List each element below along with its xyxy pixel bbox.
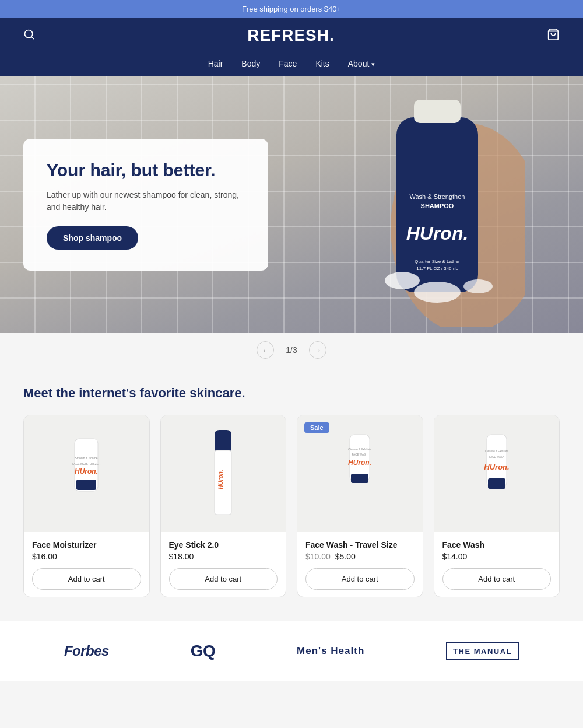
announcement-bar: Free shipping on orders $40+ (0, 0, 583, 18)
svg-text:Cleanse & Exfoliate: Cleanse & Exfoliate (485, 450, 508, 453)
hero-slide-indicator: 1/3 (286, 345, 297, 355)
svg-text:Cleanse & Exfoliate: Cleanse & Exfoliate (349, 448, 372, 451)
hero-subtitle: Lather up with our newest shampoo for cl… (47, 189, 245, 214)
product-price-face-wash: $14.00 (442, 552, 552, 561)
product-card-face-wash: Cleanse & Exfoliate FACE WASH HUron. Fac… (434, 415, 560, 597)
announcement-text: Free shipping on orders $40+ (242, 5, 341, 13)
hero-title: Your hair, but better. (47, 160, 245, 181)
products-grid: Smooth & Soothe FACE MOISTURIZER HUron. … (23, 415, 560, 597)
press-logo-gq: GQ (191, 642, 216, 660)
search-icon (23, 29, 35, 40)
svg-rect-19 (215, 430, 231, 453)
svg-text:Wash & Strengthen: Wash & Strengthen (410, 193, 465, 200)
svg-text:HUron.: HUron. (75, 467, 98, 475)
hero-product-bottle: Wash & Strengthen SHAMPOO HUron. Quarter… (350, 82, 548, 327)
svg-point-7 (463, 279, 493, 293)
hero-next-button[interactable]: → (309, 341, 326, 359)
press-logo-forbes: Forbes (64, 643, 109, 659)
hero-section: Wash & Strengthen SHAMPOO HUron. Quarter… (0, 76, 583, 333)
product-price-face-wash-travel: $10.00 $5.00 (305, 552, 415, 561)
add-to-cart-eye-stick[interactable]: Add to cart (169, 568, 278, 590)
product-image-face-wash-travel: Sale Cleanse & Exfoliate FACE WASH HUron… (297, 415, 423, 532)
hero-prev-button[interactable]: ← (257, 341, 274, 359)
svg-text:Smooth & Soothe: Smooth & Soothe (75, 456, 98, 460)
press-logo-menshealth: Men's Health (297, 645, 364, 657)
main-nav: Hair Body Face Kits About (0, 53, 583, 76)
hero-content-card: Your hair, but better. Lather up with ou… (23, 139, 268, 271)
svg-rect-5 (414, 100, 461, 123)
product-name-face-moisturizer: Face Moisturizer (32, 540, 141, 550)
site-logo: REFRESH. (247, 26, 335, 45)
svg-rect-15 (76, 480, 96, 490)
svg-text:FACE WASH: FACE WASH (489, 456, 504, 459)
product-info-face-wash: Face Wash $14.00 Add to cart (434, 532, 560, 597)
svg-text:HUron.: HUron. (406, 223, 469, 244)
hero-navigation: ← 1/3 → (0, 333, 583, 367)
product-name-face-wash-travel: Face Wash - Travel Size (305, 540, 415, 550)
search-button[interactable] (23, 29, 35, 43)
product-price-face-moisturizer: $16.00 (32, 552, 141, 561)
nav-item-face[interactable]: Face (279, 59, 297, 68)
product-card-eye-stick: HUron. Eye Stick 2.0 $18.00 Add to cart (160, 415, 287, 597)
product-image-face-wash: Cleanse & Exfoliate FACE WASH HUron. (434, 415, 560, 532)
svg-text:Quarter Size & Lather: Quarter Size & Lather (415, 259, 460, 264)
product-name-face-wash: Face Wash (442, 540, 552, 550)
add-to-cart-face-wash[interactable]: Add to cart (442, 568, 552, 590)
svg-text:SHAMPOO: SHAMPOO (421, 202, 454, 209)
product-info-eye-stick: Eye Stick 2.0 $18.00 Add to cart (161, 532, 286, 597)
products-section: Meet the internet's favorite skincare. S… (0, 367, 583, 621)
section-title: Meet the internet's favorite skincare. (23, 386, 560, 401)
cart-icon (547, 28, 560, 41)
cart-button[interactable] (547, 28, 560, 44)
product-image-eye-stick: HUron. (161, 415, 286, 532)
svg-rect-28 (488, 478, 505, 489)
add-to-cart-face-moisturizer[interactable]: Add to cart (32, 568, 141, 590)
sale-price: $5.00 (335, 552, 356, 561)
svg-rect-23 (351, 474, 368, 483)
header: REFRESH. (0, 18, 583, 53)
product-name-eye-stick: Eye Stick 2.0 (169, 540, 278, 550)
svg-text:FACE MOISTURIZER: FACE MOISTURIZER (72, 462, 101, 466)
product-image-face-moisturizer: Smooth & Soothe FACE MOISTURIZER HUron. (24, 415, 149, 532)
svg-text:HUron.: HUron. (348, 459, 371, 467)
svg-text:FACE WASH: FACE WASH (352, 453, 367, 456)
add-to-cart-face-wash-travel[interactable]: Add to cart (305, 568, 415, 590)
original-price: $10.00 (305, 552, 331, 561)
svg-text:11.7 FL OZ / 346mL: 11.7 FL OZ / 346mL (416, 266, 458, 271)
shop-shampoo-button[interactable]: Shop shampoo (47, 226, 138, 250)
nav-item-kits[interactable]: Kits (315, 59, 329, 68)
svg-text:HUron.: HUron. (484, 463, 509, 471)
sale-badge: Sale (304, 422, 329, 433)
product-card-face-wash-travel: Sale Cleanse & Exfoliate FACE WASH HUron… (297, 415, 423, 597)
product-price-eye-stick: $18.00 (169, 552, 278, 561)
product-card-face-moisturizer: Smooth & Soothe FACE MOISTURIZER HUron. … (23, 415, 150, 597)
nav-item-body[interactable]: Body (241, 59, 260, 68)
product-info-face-moisturizer: Face Moisturizer $16.00 Add to cart (24, 532, 149, 597)
svg-line-1 (31, 36, 34, 38)
nav-item-about[interactable]: About (348, 59, 375, 68)
press-section: Forbes GQ Men's Health THE MANUAL (0, 621, 583, 681)
product-info-face-wash-travel: Face Wash - Travel Size $10.00 $5.00 Add… (297, 532, 423, 597)
chevron-down-icon (371, 59, 375, 68)
press-logo-themanual: THE MANUAL (446, 642, 519, 660)
nav-item-hair[interactable]: Hair (208, 59, 223, 68)
svg-point-8 (414, 282, 461, 303)
svg-point-6 (385, 272, 420, 289)
svg-text:HUron.: HUron. (217, 470, 224, 489)
